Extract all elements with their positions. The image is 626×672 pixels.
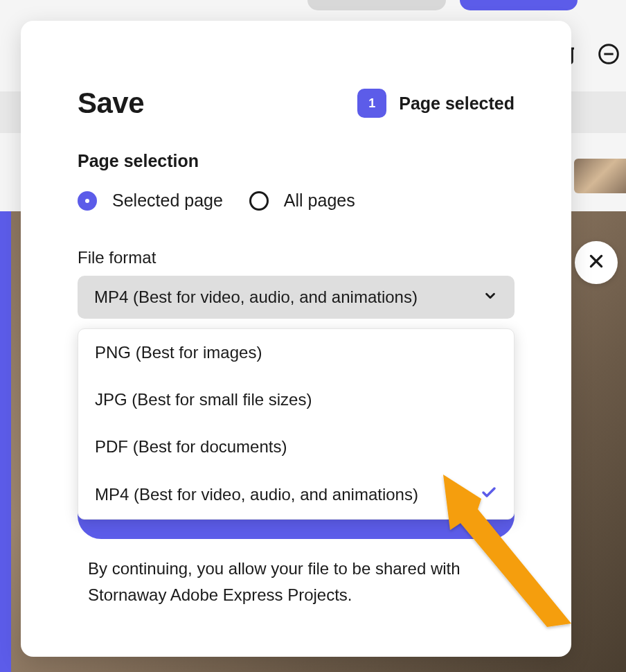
- page-selected-label: Page selected: [399, 94, 515, 114]
- checkmark-icon: [481, 484, 497, 505]
- page-count-badge: 1: [357, 89, 386, 118]
- dropdown-option-mp4[interactable]: MP4 (Best for video, audio, and animatio…: [78, 470, 514, 519]
- radio-icon: [249, 191, 269, 211]
- top-button-primary[interactable]: [460, 0, 578, 10]
- format-dropdown: PNG (Best for images) JPG (Best for smal…: [78, 328, 515, 520]
- purple-edge: [0, 211, 11, 672]
- dropdown-option-label: JPG (Best for small file sizes): [95, 390, 312, 409]
- radio-icon: [78, 191, 97, 211]
- dropdown-option-label: MP4 (Best for video, audio, and animatio…: [95, 485, 418, 504]
- radio-selected-page[interactable]: Selected page: [78, 191, 223, 211]
- disclaimer-text: By continuing, you allow your file to be…: [88, 556, 515, 609]
- top-button-secondary[interactable]: [307, 0, 446, 10]
- select-value: MP4 (Best for video, audio, and animatio…: [94, 288, 418, 307]
- format-select[interactable]: MP4 (Best for video, audio, and animatio…: [78, 276, 515, 319]
- dropdown-option-png[interactable]: PNG (Best for images): [78, 329, 514, 376]
- radio-group: Selected page All pages: [78, 191, 515, 211]
- save-modal: Save 1 Page selected Page selection Sele…: [21, 21, 571, 657]
- top-buttons: [307, 0, 578, 10]
- radio-all-pages[interactable]: All pages: [249, 191, 355, 211]
- dropdown-option-pdf[interactable]: PDF (Best for documents): [78, 423, 514, 470]
- close-icon: [587, 252, 605, 273]
- circle-icon[interactable]: [598, 43, 620, 68]
- radio-label: All pages: [284, 191, 355, 211]
- modal-title: Save: [78, 87, 144, 120]
- chevron-down-icon: [483, 288, 498, 306]
- dropdown-option-label: PNG (Best for images): [95, 343, 262, 362]
- page-selection-label: Page selection: [78, 151, 515, 171]
- dropdown-option-jpg[interactable]: JPG (Best for small file sizes): [78, 376, 514, 423]
- close-button[interactable]: [575, 241, 618, 284]
- modal-header: Save 1 Page selected: [78, 87, 515, 120]
- background-thumbnail: [574, 159, 626, 193]
- page-selected-group: 1 Page selected: [357, 89, 515, 118]
- dropdown-option-label: PDF (Best for documents): [95, 437, 287, 457]
- radio-label: Selected page: [112, 191, 223, 211]
- file-format-label: File format: [78, 248, 515, 267]
